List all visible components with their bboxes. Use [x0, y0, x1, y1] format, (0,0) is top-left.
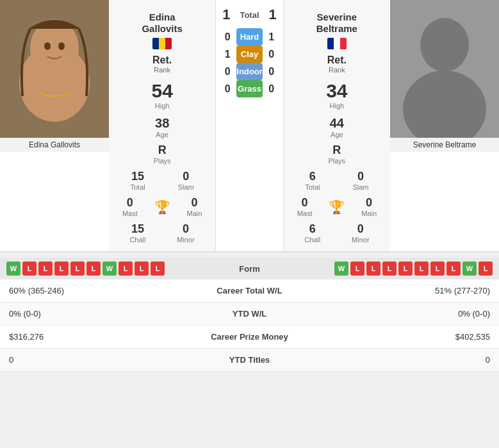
chall-cell-left: 15 Chall: [129, 222, 145, 244]
trophy-icon-left: 🏆: [154, 199, 170, 215]
surface-btn-indoor[interactable]: Indoor: [236, 63, 262, 80]
surface-score-right: 1: [265, 31, 278, 43]
form-badge-l: L: [38, 261, 53, 276]
center-panel: 1 Total 1 0 Hard 1 1 Clay 0 0 Indoor 0 0…: [216, 0, 282, 251]
slam-value-right: 0: [357, 170, 364, 183]
total-cell-left: 15 Total: [130, 170, 145, 191]
form-badge-w: W: [6, 261, 20, 276]
mast-value-right: 0: [302, 196, 308, 210]
main-label-right: Main: [361, 210, 377, 217]
svg-point-4: [58, 42, 65, 50]
chall-value-right: 6: [309, 222, 316, 236]
slam-label-right: Slam: [352, 183, 368, 191]
age-row-right: 44 Age: [284, 113, 390, 141]
age-row-left: 38 Age: [109, 113, 215, 141]
surface-row-clay: 1 Clay 0: [216, 46, 282, 63]
form-badge-l: L: [135, 261, 149, 276]
player-name-badge-right: Severine Beltrame: [390, 138, 499, 152]
high-label-right: High: [330, 102, 345, 110]
player-info-left: Edina Gallovits: [109, 5, 215, 52]
form-badge-l: L: [479, 261, 493, 276]
player-info-right: Severine Beltrame: [284, 5, 390, 52]
stat-label: YTD Titles: [175, 349, 325, 372]
stat-left: 0: [0, 349, 175, 372]
player-card-left: Edina Gallovits: [0, 0, 109, 251]
main-cell-right: 0 Main: [361, 196, 377, 217]
form-badge-l: L: [414, 261, 429, 276]
plays-value-left: R: [158, 144, 167, 157]
surface-btn-grass[interactable]: Grass: [236, 80, 262, 97]
player-name-badge-left: Edina Gallovits: [0, 138, 109, 152]
flag-left: [152, 38, 172, 49]
high-label-left: High: [155, 102, 170, 110]
slam-cell-right: 0 Slam: [352, 170, 368, 191]
total-value-right: 6: [309, 170, 316, 183]
minor-value-right: 0: [357, 222, 364, 236]
form-badge-w: W: [462, 261, 477, 276]
minor-label-left: Minor: [177, 236, 195, 244]
form-row: WLLLLLWLLL Form WLLLLLLLWL: [0, 258, 499, 279]
form-badge-l: L: [119, 261, 133, 276]
surface-rows: 0 Hard 1 1 Clay 0 0 Indoor 0 0 Grass 0: [216, 28, 282, 97]
high-row-left: 54 High: [109, 76, 215, 113]
main-label-left: Main: [186, 210, 202, 217]
surface-score-right: 0: [265, 83, 278, 95]
form-badges-left: WLLLLLWLLL: [6, 261, 165, 276]
stats-table: 60% (365-246) Career Total W/L 51% (277-…: [0, 279, 499, 372]
stat-right: 0% (0-0): [324, 303, 499, 326]
total-score-right: 1: [268, 6, 276, 23]
total-label-left: Total: [130, 183, 145, 191]
stat-left: 0% (0-0): [0, 303, 175, 326]
rank-label-left: Rank: [154, 66, 170, 74]
stats-panel-left: Edina Gallovits Ret. Rank 54 High 38: [109, 0, 216, 251]
stat-label: Career Total W/L: [175, 279, 325, 303]
minor-cell-left: 0 Minor: [177, 222, 195, 244]
surface-btn-clay[interactable]: Clay: [236, 46, 262, 63]
main-container: Edina Gallovits Edina Gallovits Ret. Ran…: [0, 0, 499, 372]
svg-point-3: [44, 42, 51, 50]
stat-left: $316,276: [0, 326, 175, 349]
surface-row-indoor: 0 Indoor 0: [216, 63, 282, 80]
plays-label-right: Plays: [328, 157, 345, 165]
player-fullname-left: Edina Gallovits: [142, 12, 182, 35]
form-badge-w: W: [334, 261, 348, 276]
flag-right: [327, 38, 347, 49]
stats-panel-right: Severine Beltrame Ret. Rank 34 High 44: [283, 0, 390, 251]
main-value-right: 0: [366, 196, 372, 210]
form-badge-l: L: [86, 261, 101, 276]
total-score-left: 1: [222, 6, 230, 23]
form-badge-l: L: [22, 261, 37, 276]
player-photo-right: [390, 0, 499, 138]
total-slam-left: 15 Total 0 Slam: [109, 167, 215, 194]
surface-btn-hard[interactable]: Hard: [236, 28, 262, 46]
mast-cell-left: 0 Mast: [122, 196, 138, 217]
plays-row-right: R Plays: [284, 141, 390, 167]
player-card-right: Severine Beltrame: [390, 0, 499, 251]
rank-value-right: Ret.: [327, 54, 347, 66]
chall-minor-left: 15 Chall 0 Minor: [109, 220, 215, 246]
high-value-right: 34: [326, 80, 347, 102]
mast-cell-right: 0 Mast: [297, 196, 313, 217]
table-row: 0 YTD Titles 0: [0, 349, 499, 372]
surface-score-left: 0: [221, 66, 234, 78]
form-badge-l: L: [382, 261, 397, 276]
rank-label-right: Rank: [329, 66, 345, 74]
mast-value-left: 0: [127, 196, 133, 210]
slam-label-left: Slam: [178, 183, 194, 191]
surface-score-right: 0: [265, 49, 278, 60]
plays-label-left: Plays: [154, 157, 171, 165]
slam-value-left: 0: [183, 170, 189, 183]
minor-value-left: 0: [183, 222, 189, 236]
chall-minor-right: 6 Chall 0 Minor: [284, 220, 390, 246]
plays-row-left: R Plays: [109, 141, 215, 167]
bottom-section: WLLLLLWLLL Form WLLLLLLLWL 60% (365-246)…: [0, 258, 499, 372]
form-badge-l: L: [430, 261, 445, 276]
svg-point-6: [420, 18, 469, 72]
total-label-right: Total: [305, 183, 320, 191]
total-row: 1 Total 1: [216, 6, 282, 23]
rank-ret-right: Ret. Rank: [284, 52, 390, 76]
minor-label-right: Minor: [352, 236, 370, 244]
total-label: Total: [240, 10, 259, 20]
form-badge-l: L: [446, 261, 461, 276]
trophy-row-right: 0 Mast 🏆 0 Main: [284, 194, 390, 220]
